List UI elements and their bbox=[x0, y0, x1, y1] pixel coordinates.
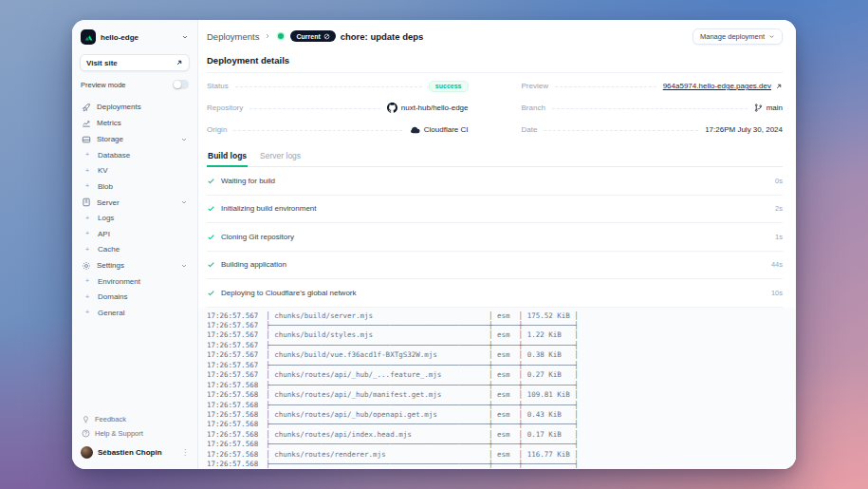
sidebar-subitem[interactable]: + API bbox=[80, 226, 190, 242]
sidebar-item-storage[interactable]: Storage bbox=[80, 131, 190, 147]
origin-value: Cloudflare CI bbox=[424, 125, 469, 134]
log-time: 17:26:57.567 bbox=[207, 370, 258, 380]
app-window: hello-edge Visit site Preview mode Deplo… bbox=[72, 20, 796, 469]
sidebar-item-deployments[interactable]: Deployments bbox=[80, 99, 190, 115]
preview-mode-toggle[interactable] bbox=[173, 80, 189, 89]
detail-row-branch: Branch main bbox=[522, 97, 784, 119]
build-step-row[interactable]: Building application 44s bbox=[207, 252, 783, 280]
preview-link[interactable]: 964a5974.hello-edge.pages.dev bbox=[663, 82, 771, 90]
server-icon bbox=[82, 197, 91, 207]
log-text: │ chunks/routes/api/_hub/manifest.get.mj… bbox=[266, 390, 579, 400]
plus-icon: + bbox=[83, 246, 92, 254]
sidebar-subitem[interactable]: + Logs bbox=[80, 211, 190, 227]
tab-server-logs[interactable]: Server logs bbox=[259, 147, 302, 166]
preview-label: Preview bbox=[522, 82, 548, 90]
leader-line bbox=[235, 86, 422, 87]
plus-icon: + bbox=[83, 151, 92, 159]
visit-site-label: Visit site bbox=[86, 59, 118, 67]
detail-row-origin: Origin Cloudflare CI bbox=[207, 119, 469, 141]
log-line: 17:26:57.568│ chunks/routes/api/_hub/man… bbox=[207, 390, 796, 400]
log-time: 17:26:57.568 bbox=[207, 460, 258, 469]
log-line: 17:26:57.567│ chunks/build/server.mjs │ … bbox=[207, 311, 796, 321]
check-icon bbox=[207, 233, 215, 241]
user-name: Sébastien Chopin bbox=[98, 448, 176, 457]
sidebar-item-settings[interactable]: Settings bbox=[80, 257, 190, 273]
step-label: Waiting for build bbox=[221, 177, 275, 185]
log-time: 17:26:57.567 bbox=[207, 341, 258, 350]
sidebar-item-metrics[interactable]: Metrics bbox=[80, 115, 190, 131]
external-link-icon[interactable] bbox=[775, 83, 783, 90]
build-steps: Waiting for build 0s Initializing build … bbox=[207, 167, 783, 308]
manage-deployment-button[interactable]: Manage deployment bbox=[693, 28, 783, 45]
log-line: 17:26:57.568├───────────────────────────… bbox=[207, 460, 796, 469]
chevron-down-icon bbox=[180, 262, 188, 270]
log-line: 17:26:57.568│ chunks/routes/renderer.mjs… bbox=[207, 450, 796, 460]
step-label: Deploying to Cloudflare's global network bbox=[221, 289, 357, 297]
log-line: 17:26:57.567├───────────────────────────… bbox=[207, 361, 796, 370]
status-badge: success bbox=[429, 81, 469, 92]
visit-site-button[interactable]: Visit site bbox=[80, 54, 190, 71]
log-text: ├───────────────────────────────────────… bbox=[266, 341, 579, 350]
log-text: ├───────────────────────────────────────… bbox=[266, 460, 579, 469]
log-time: 17:26:57.568 bbox=[207, 450, 258, 460]
github-icon bbox=[387, 103, 397, 113]
gear-icon bbox=[82, 261, 91, 271]
step-label: Building application bbox=[221, 260, 286, 269]
sidebar-item-feedback[interactable]: Feedback bbox=[80, 412, 190, 426]
log-line: 17:26:57.568├───────────────────────────… bbox=[207, 440, 796, 449]
cloud-icon bbox=[409, 124, 420, 136]
kebab-menu-icon[interactable]: ⋮ bbox=[181, 451, 189, 454]
step-duration: 0s bbox=[775, 177, 783, 185]
main-panel: Deployments Current chore: update deps M… bbox=[198, 20, 796, 469]
log-time: 17:26:57.568 bbox=[207, 381, 258, 390]
sidebar-subitem[interactable]: + KV bbox=[80, 163, 190, 179]
help-circle-icon bbox=[82, 429, 90, 438]
site-switcher[interactable]: hello-edge bbox=[81, 29, 189, 45]
current-badge: Current bbox=[290, 30, 335, 42]
plus-icon: + bbox=[83, 293, 92, 301]
chevron-down-icon bbox=[768, 33, 775, 40]
user-menu[interactable]: Sébastien Chopin ⋮ bbox=[80, 443, 190, 461]
breadcrumb: Deployments Current chore: update deps bbox=[207, 30, 693, 42]
branch-value: main bbox=[766, 103, 783, 112]
sidebar-item-help[interactable]: Help & Support bbox=[80, 426, 190, 441]
tab-build-logs[interactable]: Build logs bbox=[207, 147, 248, 167]
origin-label: Origin bbox=[207, 125, 227, 134]
log-line: 17:26:57.567├───────────────────────────… bbox=[207, 321, 796, 330]
step-label: Initializing build environment bbox=[221, 204, 317, 213]
log-text: │ chunks/build/vue.f36acd1f-BXTgS32W.mjs… bbox=[266, 350, 579, 360]
step-duration: 1s bbox=[775, 233, 783, 241]
detail-row-status: Status success bbox=[207, 75, 469, 97]
check-icon bbox=[207, 177, 215, 185]
chevron-down-icon bbox=[180, 198, 188, 206]
git-branch-icon bbox=[754, 103, 763, 112]
sidebar-subitem[interactable]: + Database bbox=[80, 147, 190, 163]
log-time: 17:26:57.567 bbox=[207, 350, 258, 360]
log-line: 17:26:57.568├───────────────────────────… bbox=[207, 401, 796, 410]
leader-line bbox=[233, 130, 401, 131]
nuxthub-logo-icon bbox=[81, 29, 96, 45]
build-step-row[interactable]: Waiting for build 0s bbox=[207, 167, 783, 196]
repository-value[interactable]: nuxt-hub/hello-edge bbox=[401, 103, 469, 112]
sidebar-subitem[interactable]: + Domains bbox=[80, 290, 190, 306]
avatar bbox=[81, 446, 93, 459]
sidebar-subitem[interactable]: + General bbox=[80, 305, 190, 321]
sidebar-subitem[interactable]: + Cache bbox=[80, 242, 190, 258]
date-value: 17:26PM July 30, 2024 bbox=[705, 125, 783, 134]
current-status-dot bbox=[278, 33, 284, 39]
build-step-row[interactable]: Deploying to Cloudflare's global network… bbox=[207, 279, 783, 308]
branch-label: Branch bbox=[522, 103, 545, 112]
lightbulb-icon bbox=[82, 415, 90, 423]
plus-icon: + bbox=[83, 230, 92, 237]
breadcrumb-deployments[interactable]: Deployments bbox=[207, 31, 259, 42]
build-step-row[interactable]: Initializing build environment 2s bbox=[207, 196, 783, 224]
sidebar-subitem[interactable]: + Environment bbox=[80, 273, 190, 290]
external-arrow-icon bbox=[175, 59, 183, 66]
log-line: 17:26:57.567│ chunks/build/vue.f36acd1f-… bbox=[207, 350, 796, 360]
build-step-row[interactable]: Cloning Git repository 1s bbox=[207, 223, 783, 252]
log-time: 17:26:57.568 bbox=[207, 401, 258, 410]
sidebar-subitem[interactable]: + Blob bbox=[80, 179, 190, 195]
sidebar-item-server[interactable]: Server bbox=[80, 195, 190, 211]
rocket-icon bbox=[82, 103, 91, 112]
deployment-details: Status success Preview 964a5974.hello-ed… bbox=[207, 73, 783, 142]
